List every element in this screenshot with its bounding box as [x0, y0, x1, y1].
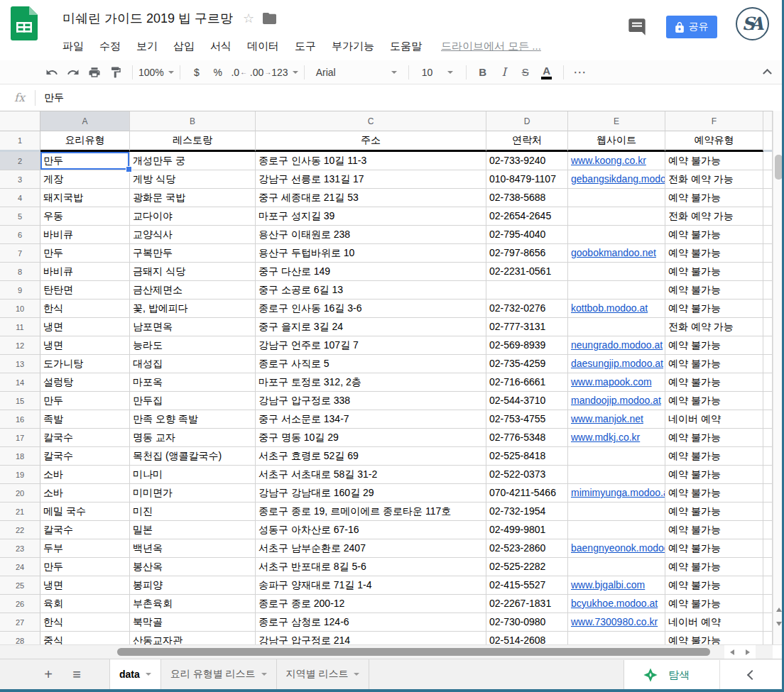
cell-address[interactable]: 마포구 성지길 39: [256, 207, 486, 226]
website-link[interactable]: neungrado.modoo.at: [571, 339, 663, 351]
row-number[interactable]: 27: [0, 613, 40, 632]
account-avatar[interactable]: SA: [736, 7, 769, 40]
all-sheets-button[interactable]: ≡: [65, 663, 88, 686]
cell-cuisine[interactable]: 냉면: [40, 336, 130, 355]
row-number[interactable]: 24: [0, 558, 40, 576]
cell-partial[interactable]: [763, 373, 773, 392]
cell-address[interactable]: 강남구 언주로 107길 7: [256, 336, 486, 355]
cell-phone[interactable]: 02-525-8418: [486, 447, 568, 466]
zoom-select[interactable]: 100%: [138, 63, 174, 82]
row-number[interactable]: 11: [0, 318, 40, 336]
cell-partial[interactable]: [763, 466, 773, 484]
row-number[interactable]: 28: [0, 632, 40, 644]
column-header-c[interactable]: C: [256, 111, 486, 131]
cell-restaurant[interactable]: 만족 오향 족발: [130, 410, 256, 429]
website-link[interactable]: www.bjgalbi.com: [571, 579, 645, 591]
cell-partial[interactable]: [763, 502, 773, 521]
row-number[interactable]: 6: [0, 226, 40, 244]
cell-website[interactable]: www.7300980.co.kr: [568, 613, 665, 632]
cell-address[interactable]: 중구 세종대로 21길 53: [256, 189, 486, 207]
cell-restaurant[interactable]: 목천집 (앵콜칼국수): [130, 447, 256, 466]
cell-phone[interactable]: 02-2654-2645: [486, 207, 568, 226]
cell-restaurant[interactable]: 미진: [130, 502, 256, 521]
menu-tools[interactable]: 도구: [287, 40, 324, 53]
cell-reservation[interactable]: 예약 불가능: [665, 392, 763, 410]
menu-view[interactable]: 보기: [129, 40, 165, 53]
cell-address[interactable]: 서초구 반포대로 8길 5-6: [256, 558, 486, 576]
cell-website[interactable]: [568, 502, 665, 521]
cell-website[interactable]: neungrado.modoo.at: [568, 336, 665, 355]
cell-cuisine[interactable]: 냉면: [40, 576, 130, 595]
cell-address[interactable]: 용산구 두텁바위로 10: [256, 244, 486, 263]
cell-cuisine[interactable]: 설렁탕: [40, 373, 130, 392]
header-cell-partial[interactable]: [763, 131, 773, 152]
cell-restaurant[interactable]: 금돼지 식당: [130, 263, 256, 281]
cell-cuisine[interactable]: 만두: [40, 152, 130, 170]
row-number[interactable]: 16: [0, 410, 40, 429]
cell-reservation[interactable]: 예약 불가능: [665, 558, 763, 576]
cell-cuisine[interactable]: 육회: [40, 595, 130, 613]
cell-partial[interactable]: [763, 410, 773, 429]
font-family-select[interactable]: Arial: [310, 63, 403, 82]
cell-reservation[interactable]: 예약 불가능: [665, 539, 763, 558]
cell-cuisine[interactable]: 게장: [40, 170, 130, 189]
cell-website[interactable]: daesungjip.modoo.at: [568, 355, 665, 373]
cell-address[interactable]: 중구 서소문로 134-7: [256, 410, 486, 429]
cell-cuisine[interactable]: 칼국수: [40, 429, 130, 447]
cell-website[interactable]: [568, 447, 665, 466]
more-toolbar-button[interactable]: ⋯: [570, 63, 591, 82]
horizontal-scrollbar-thumb[interactable]: [117, 648, 710, 656]
row-number[interactable]: 2: [0, 152, 40, 170]
cell-website[interactable]: www.mapook.com: [568, 373, 665, 392]
cell-cuisine[interactable]: 족발: [40, 410, 130, 429]
cell-address[interactable]: 강남구 압구정로 338: [256, 392, 486, 410]
website-link[interactable]: goobokmandoo.net: [571, 247, 656, 258]
cell-website[interactable]: [568, 189, 665, 207]
cell-address[interactable]: 중구 다산로 149: [256, 263, 486, 281]
format-percent-button[interactable]: %: [207, 63, 229, 82]
cell-website[interactable]: bcyukhoe.modoo.at: [568, 595, 665, 613]
cell-partial[interactable]: [763, 429, 773, 447]
cell-cuisine[interactable]: 한식: [40, 613, 130, 632]
scroll-left-button[interactable]: [724, 645, 740, 659]
cell-reservation[interactable]: 예약 불가능: [665, 373, 763, 392]
website-link[interactable]: mimimyunga.modoo.at: [571, 487, 665, 498]
cell-partial[interactable]: [763, 300, 773, 318]
cell-address[interactable]: 종로구 인사동 10길 11-3: [256, 152, 486, 170]
cell-restaurant[interactable]: 산동교자관: [130, 632, 256, 644]
cell-cuisine[interactable]: 만두: [40, 244, 130, 263]
row-number[interactable]: 10: [0, 300, 40, 318]
formula-input[interactable]: 만두: [44, 92, 64, 104]
cell-restaurant[interactable]: 대성집: [130, 355, 256, 373]
column-header-d[interactable]: D: [486, 111, 568, 131]
cell-address[interactable]: 강남구 선릉로 131길 17: [256, 170, 486, 189]
cell-restaurant[interactable]: 북막골: [130, 613, 256, 632]
cell-address[interactable]: 서초구 서초대로 58길 31-2: [256, 466, 486, 484]
cell-phone[interactable]: 010-8479-1107: [486, 170, 568, 189]
cell-reservation[interactable]: 예약 불가능: [665, 484, 763, 502]
share-button[interactable]: 공유: [666, 16, 717, 38]
cell-restaurant[interactable]: 봉피양: [130, 576, 256, 595]
cell-website[interactable]: www.manjok.net: [568, 410, 665, 429]
cell-reservation[interactable]: 예약 불가능: [665, 152, 763, 170]
row-number[interactable]: 15: [0, 392, 40, 410]
cell-phone[interactable]: 070-4211-5466: [486, 484, 568, 502]
cell-phone[interactable]: 02-733-9240: [486, 152, 568, 170]
cell-restaurant[interactable]: 개성만두 궁: [130, 152, 256, 170]
cell-restaurant[interactable]: 만두집: [130, 392, 256, 410]
cell-restaurant[interactable]: 남포면옥: [130, 318, 256, 336]
cell-reservation[interactable]: 예약 불가능: [665, 576, 763, 595]
cell-address[interactable]: 서초구 효령로 52길 69: [256, 447, 486, 466]
collapse-panel-button[interactable]: [720, 671, 784, 679]
row-number[interactable]: 14: [0, 373, 40, 392]
cell-phone[interactable]: 02-735-4259: [486, 355, 568, 373]
cell-website[interactable]: www.mdkj.co.kr: [568, 429, 665, 447]
cell-address[interactable]: 중구 을지로 3길 24: [256, 318, 486, 336]
increase-decimal-button[interactable]: .00→: [250, 63, 271, 82]
drive-status-link[interactable]: 드라이브에서 모든 ...: [441, 40, 541, 53]
font-size-select[interactable]: 10: [415, 63, 460, 82]
website-link[interactable]: kottbob.modoo.at: [571, 302, 648, 314]
cell-partial[interactable]: [763, 189, 773, 207]
cell-restaurant[interactable]: 구복만두: [130, 244, 256, 263]
row-number[interactable]: 5: [0, 207, 40, 226]
